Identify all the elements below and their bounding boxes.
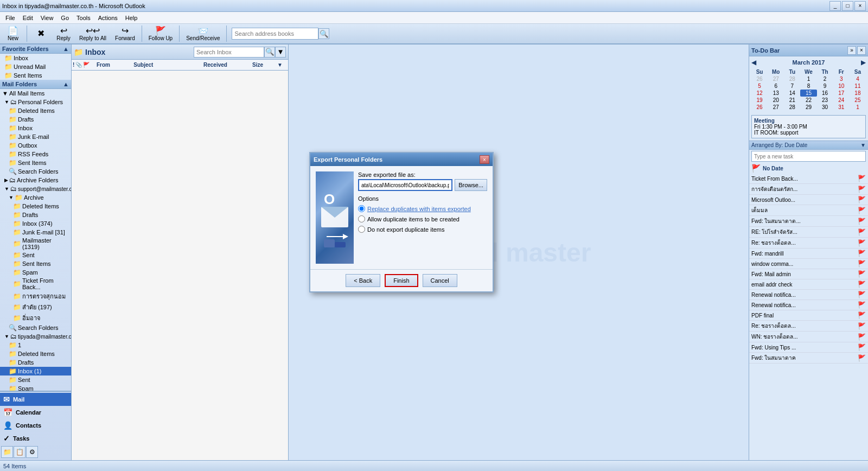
address-book-input[interactable] — [232, 28, 318, 40]
cal-cell[interactable]: 27 — [768, 75, 784, 82]
sidebar-archive-deleted[interactable]: 📁 Deleted Items — [0, 202, 71, 211]
cal-cell[interactable]: 12 — [751, 90, 768, 97]
sidebar-inbox[interactable]: 📁 Inbox — [0, 124, 71, 132]
sidebar-deleted-items[interactable]: 📁 Deleted Items — [0, 106, 71, 115]
new-task-input[interactable] — [751, 151, 866, 162]
sidebar-search-2[interactable]: 🔍 Search Folders — [0, 323, 71, 332]
cancel-button[interactable]: Cancel — [423, 274, 457, 287]
nav-tasks[interactable]: ✓ Tasks — [0, 432, 71, 445]
cal-cell[interactable]: 7 — [784, 82, 800, 90]
cal-cell[interactable]: 1 — [850, 104, 866, 111]
task-item[interactable]: email addr check 🚩 — [749, 279, 868, 290]
cal-cell[interactable]: 6 — [768, 82, 784, 90]
browse-button[interactable]: Browse... — [455, 179, 487, 191]
col-received-header[interactable]: Received — [201, 62, 250, 68]
sidebar-tipyada-1[interactable]: 📁 1 — [0, 341, 71, 349]
menu-edit[interactable]: Edit — [20, 14, 36, 22]
search-options-button[interactable]: ▼ — [275, 47, 286, 58]
sidebar-support-account[interactable]: ▼ 🗂 support@mailmaster.co — [0, 184, 71, 193]
nav-mail[interactable]: ✉ Mail — [0, 393, 71, 406]
menu-help[interactable]: Help — [122, 14, 141, 22]
cal-cell-today[interactable]: 15 — [800, 90, 816, 97]
task-item[interactable]: Fwd: Mail admin 🚩 — [749, 269, 868, 279]
cal-cell[interactable]: 28 — [784, 104, 800, 111]
col-size-header[interactable]: Size — [250, 62, 277, 68]
cal-cell[interactable]: 10 — [833, 82, 850, 90]
sidebar-thai-1[interactable]: 📁 การตรวจสุกนอม — [0, 291, 71, 302]
sidebar-archive-drafts[interactable]: 📁 Drafts — [0, 211, 71, 219]
nav-calendar[interactable]: 📅 Calendar — [0, 406, 71, 419]
cal-cell[interactable]: 8 — [800, 82, 816, 90]
sidebar-tipyada-spam[interactable]: 📁 Spam — [0, 384, 71, 391]
nav-small-3[interactable]: ⚙ — [26, 446, 38, 458]
cal-cell[interactable]: 2 — [817, 75, 833, 82]
sidebar-sent[interactable]: 📁 Sent — [0, 251, 71, 259]
back-button[interactable]: < Back — [346, 274, 380, 287]
cal-cell[interactable]: 31 — [833, 104, 850, 111]
cal-cell[interactable]: 11 — [850, 82, 866, 90]
delete-button[interactable]: ✖ — [30, 28, 52, 40]
forward-button[interactable]: ↪ Forward — [111, 25, 139, 43]
calendar-event[interactable]: Meeting Fri 1:30 PM - 3:00 PM IT ROOM: s… — [751, 115, 866, 138]
task-item[interactable]: Fwd: mandrill 🚩 — [749, 249, 868, 259]
cal-cell[interactable]: 29 — [800, 104, 816, 111]
menu-view[interactable]: View — [37, 14, 57, 22]
sidebar-spam[interactable]: 📁 Spam — [0, 268, 71, 277]
radio-replace-input[interactable] — [358, 205, 365, 212]
sidebar-archive-inbox[interactable]: 📁 Inbox (374) — [0, 219, 71, 228]
task-item[interactable]: Renewal notifica... 🚩 — [749, 290, 868, 300]
reply-button[interactable]: ↩ Reply — [53, 25, 74, 43]
follow-up-button[interactable]: 🚩 Follow Up — [145, 25, 176, 43]
task-item[interactable]: Fwd: ในสมนาตาค 🚩 — [749, 353, 868, 364]
cal-cell[interactable]: 9 — [817, 82, 833, 90]
task-item[interactable]: RE: โปโรสำจัดรัส... 🚩 — [749, 227, 868, 238]
col-from-header[interactable]: From — [94, 62, 131, 68]
task-item[interactable]: Renewal notifica... 🚩 — [749, 300, 868, 310]
mail-folders-header[interactable]: Mail Folders ▲ — [0, 80, 71, 89]
cal-cell[interactable]: 20 — [768, 97, 784, 104]
col-filter[interactable]: ▼ — [277, 62, 287, 68]
search-inbox-input[interactable] — [194, 47, 264, 58]
cal-cell[interactable]: 16 — [817, 90, 833, 97]
sidebar-outbox[interactable]: 📁 Outbox — [0, 141, 71, 150]
sidebar-tipyada-account[interactable]: ▼ 🗂 tipyada@mailmaster.co — [0, 332, 71, 341]
cal-cell[interactable]: 27 — [768, 104, 784, 111]
sidebar-personal-folders[interactable]: ▼ 🗂 Personal Folders — [0, 98, 71, 106]
cal-cell[interactable]: 30 — [817, 104, 833, 111]
sidebar-drafts[interactable]: 📁 Drafts — [0, 115, 71, 124]
sidebar-archive[interactable]: ▼ 📁 Archive — [0, 193, 71, 202]
send-receive-button[interactable]: 📨 Send/Receive — [182, 25, 224, 43]
cal-cell[interactable]: 28 — [784, 75, 800, 82]
nav-small-1[interactable]: 📁 — [1, 446, 13, 458]
todo-minimize-button[interactable]: » — [847, 46, 856, 55]
new-button[interactable]: 📄 New — [2, 25, 24, 43]
cal-cell[interactable]: 4 — [850, 75, 866, 82]
menu-tools[interactable]: Tools — [73, 14, 94, 22]
sidebar-tipyada-sent[interactable]: 📁 Sent — [0, 375, 71, 384]
cal-cell[interactable]: 22 — [800, 97, 816, 104]
cal-cell[interactable]: 18 — [850, 90, 866, 97]
sidebar-thai-2[interactable]: 📁 สำดัย (197) — [0, 302, 71, 313]
minimize-button[interactable]: _ — [829, 1, 841, 11]
cal-cell[interactable]: 14 — [784, 90, 800, 97]
menu-actions[interactable]: Actions — [95, 14, 121, 22]
cal-cell[interactable]: 19 — [751, 97, 768, 104]
close-button[interactable]: × — [854, 1, 866, 11]
task-item[interactable]: WN: ชอรางต็อตล... 🚩 — [749, 332, 868, 342]
finish-button[interactable]: Finish — [385, 274, 418, 287]
sidebar-search-folders[interactable]: 🔍 Search Folders — [0, 167, 71, 176]
sidebar-item-unread-fav[interactable]: 📁 Unread Mail — [0, 62, 71, 71]
cal-cell[interactable]: 13 — [768, 90, 784, 97]
task-item[interactable]: Ticket From Back... 🚩 — [749, 174, 868, 184]
nav-contacts[interactable]: 👤 Contacts — [0, 419, 71, 432]
task-item[interactable]: Fwd: ในสมนาตาต... 🚩 — [749, 216, 868, 227]
cal-cell[interactable]: 25 — [850, 97, 866, 104]
task-item[interactable]: PDF final 🚩 — [749, 310, 868, 321]
sidebar-trash[interactable]: 📁 Ticket From Back... — [0, 277, 71, 291]
menu-go[interactable]: Go — [58, 14, 72, 22]
radio-no-export[interactable]: Do not export duplicate items — [358, 226, 487, 233]
cal-cell[interactable]: 26 — [751, 104, 768, 111]
sidebar-thai-3[interactable]: 📁 อิ่มอาจ — [0, 313, 71, 323]
sidebar-sent-items[interactable]: 📁 Sent Items — [0, 158, 71, 167]
maximize-button[interactable]: □ — [842, 1, 853, 11]
